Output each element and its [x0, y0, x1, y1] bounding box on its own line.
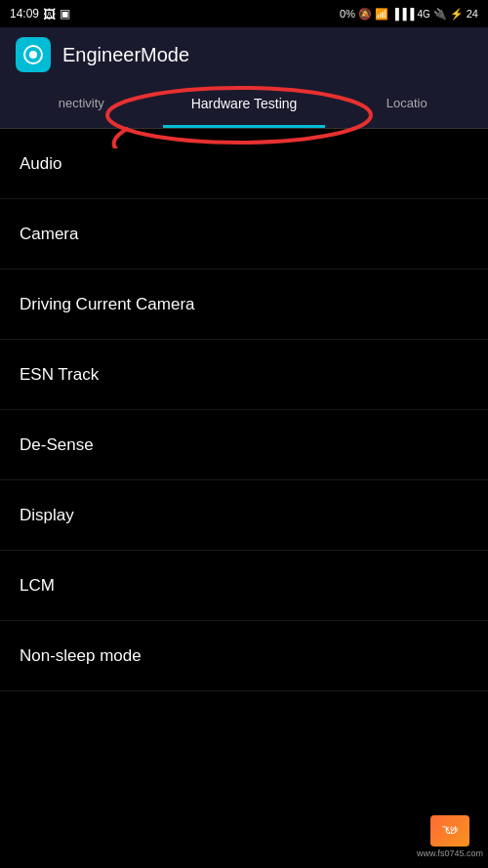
- tab-location[interactable]: Locatio: [325, 82, 488, 128]
- list-item-non-sleep-mode[interactable]: Non-sleep mode: [0, 621, 488, 691]
- list-item-de-sense-label: De-Sense: [20, 435, 94, 455]
- tab-hardware-testing[interactable]: Hardware Testing: [163, 82, 326, 128]
- svg-point-1: [29, 51, 37, 59]
- list-item-display-label: Display: [20, 506, 74, 525]
- app-title: EngineerMode: [62, 44, 189, 66]
- status-bar: 14:09 🖼 ▣ 0% 🔕 📶 ▐▐▐ 4G 🔌 ⚡ 24: [0, 0, 488, 27]
- watermark-url: www.fs0745.com: [417, 848, 483, 858]
- list-item-camera[interactable]: Camera: [0, 199, 488, 269]
- watermark-logo: 飞沙: [430, 815, 469, 847]
- gallery-icon: 🖼: [43, 7, 56, 21]
- battery-icon: ⚡: [450, 8, 464, 21]
- list-item-lcm-label: LCM: [20, 576, 55, 596]
- wifi-icon: 📶: [375, 8, 388, 21]
- list-item-driving-current-camera-label: Driving Current Camera: [20, 295, 195, 314]
- tab-connectivity[interactable]: nectivity: [0, 82, 163, 128]
- list-item-audio-label: Audio: [20, 154, 61, 174]
- status-bar-left: 14:09 🖼 ▣: [10, 7, 70, 21]
- list-item-display[interactable]: Display: [0, 480, 488, 551]
- status-bar-right: 0% 🔕 📶 ▐▐▐ 4G 🔌 ⚡ 24: [340, 8, 478, 21]
- notification-icon: ▣: [60, 7, 70, 21]
- time-display: 14:09: [10, 7, 39, 21]
- list-item-de-sense[interactable]: De-Sense: [0, 410, 488, 480]
- list-item-non-sleep-mode-label: Non-sleep mode: [20, 646, 142, 666]
- signal-icon: ▐▐▐: [391, 8, 414, 20]
- battery-level: 24: [467, 8, 478, 20]
- list-item-esn-track-label: ESN Track: [20, 365, 99, 385]
- app-icon: [16, 37, 51, 72]
- list-item-esn-track[interactable]: ESN Track: [0, 340, 488, 410]
- list-item-audio[interactable]: Audio: [0, 129, 488, 199]
- watermark: 飞沙 www.fs0745.com: [417, 815, 483, 858]
- list-container: Audio Camera Driving Current Camera ESN …: [0, 129, 488, 691]
- battery-percent: 0%: [340, 8, 355, 20]
- list-item-camera-label: Camera: [20, 225, 78, 244]
- app-bar: EngineerMode: [0, 27, 488, 82]
- list-item-driving-current-camera[interactable]: Driving Current Camera: [0, 269, 488, 340]
- list-item-lcm[interactable]: LCM: [0, 551, 488, 621]
- charge-icon: 🔌: [433, 8, 447, 21]
- tab-bar: nectivity Hardware Testing Locatio: [0, 82, 488, 129]
- 4g-label: 4G: [417, 9, 429, 20]
- mute-icon: 🔕: [358, 8, 372, 21]
